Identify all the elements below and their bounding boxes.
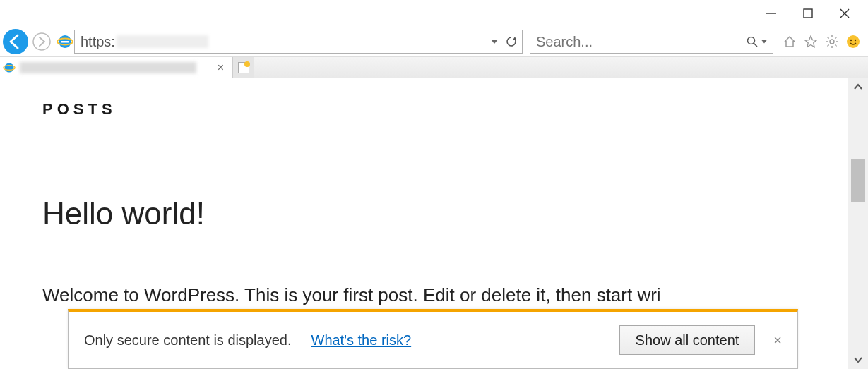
security-infobar: Only secure content is displayed. What's…: [68, 309, 798, 369]
svg-point-4: [3, 29, 28, 54]
browser-tab-active[interactable]: ×: [0, 57, 233, 78]
window-minimize-button[interactable]: [762, 4, 780, 23]
window-close-button[interactable]: [836, 4, 854, 23]
scroll-down-button[interactable]: [853, 351, 863, 369]
search-bar[interactable]: [530, 30, 773, 54]
svg-marker-10: [513, 37, 517, 40]
ie-logo-icon: [57, 34, 73, 49]
post-title[interactable]: Hello world!: [42, 196, 806, 231]
scroll-thumb[interactable]: [851, 159, 865, 202]
svg-line-20: [828, 37, 829, 39]
svg-rect-8: [61, 41, 69, 43]
svg-line-21: [835, 44, 836, 46]
svg-point-15: [830, 40, 834, 44]
tab-close-button[interactable]: ×: [215, 61, 227, 74]
scroll-up-button[interactable]: [853, 78, 863, 96]
section-heading: POSTS: [42, 100, 806, 119]
svg-point-25: [850, 40, 852, 41]
search-input[interactable]: [536, 34, 746, 50]
favorites-icon[interactable]: [803, 34, 819, 49]
svg-marker-9: [491, 40, 498, 44]
svg-point-11: [748, 37, 755, 44]
refresh-icon[interactable]: [505, 35, 518, 48]
svg-marker-13: [761, 40, 767, 44]
tab-title-redacted: [20, 62, 196, 73]
new-tab-button[interactable]: [233, 57, 254, 78]
infobar-risk-link[interactable]: What's the risk?: [311, 332, 412, 349]
show-all-content-button[interactable]: Show all content: [619, 325, 756, 355]
home-icon[interactable]: [782, 34, 797, 49]
infobar-message: Only secure content is displayed.: [84, 332, 292, 349]
post-body: Welcome to WordPress. This is your first…: [42, 281, 784, 309]
address-bar[interactable]: https:: [74, 30, 523, 54]
svg-rect-1: [804, 9, 812, 18]
infobar-close-button[interactable]: ×: [773, 332, 782, 349]
feedback-smiley-icon[interactable]: [845, 34, 861, 49]
nav-back-button[interactable]: [2, 28, 29, 55]
svg-line-23: [835, 37, 836, 39]
nav-forward-button[interactable]: [32, 32, 52, 52]
new-tab-icon: [238, 62, 249, 73]
settings-icon[interactable]: [824, 34, 840, 49]
window-maximize-button[interactable]: [799, 4, 817, 23]
vertical-scrollbar[interactable]: [848, 78, 868, 369]
address-host-redacted: [117, 35, 208, 48]
scroll-track[interactable]: [848, 96, 868, 351]
svg-point-27: [4, 63, 13, 72]
svg-marker-14: [805, 36, 816, 47]
svg-point-26: [855, 40, 856, 41]
svg-point-24: [847, 35, 860, 48]
svg-line-22: [828, 44, 829, 46]
search-icon[interactable]: [746, 35, 767, 48]
svg-line-12: [754, 44, 758, 47]
tab-favicon-icon: [3, 61, 16, 74]
address-dropdown-icon[interactable]: [491, 38, 498, 45]
svg-point-5: [33, 33, 50, 50]
address-scheme: https:: [81, 34, 115, 50]
